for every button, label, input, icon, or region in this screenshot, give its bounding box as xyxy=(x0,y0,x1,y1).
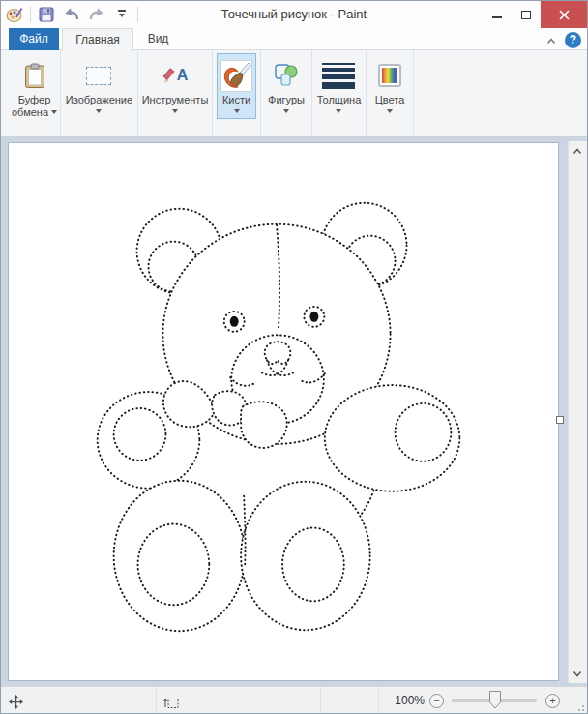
tab-file[interactable]: Файл xyxy=(9,28,59,50)
colors-icon xyxy=(378,57,401,94)
close-button[interactable] xyxy=(541,1,587,28)
tab-home[interactable]: Главная xyxy=(62,28,133,51)
help-button[interactable]: ? xyxy=(565,32,581,48)
image-size-icon xyxy=(163,696,179,713)
vertical-scrollbar[interactable] xyxy=(568,141,588,683)
title-bar: Точечный рисунок - Paint xyxy=(1,1,587,28)
drawing-canvas[interactable] xyxy=(8,142,559,681)
group-label: Кисти xyxy=(222,94,250,106)
chevron-up-icon xyxy=(573,148,582,155)
chevron-down-icon xyxy=(573,670,582,677)
workspace xyxy=(1,137,587,686)
maximize-button[interactable] xyxy=(512,1,541,28)
canvas-resize-handle[interactable] xyxy=(556,416,564,424)
maximize-icon xyxy=(521,11,531,19)
group-label: Буфер xyxy=(18,94,51,106)
window-controls xyxy=(483,1,587,28)
group-label: Фигуры xyxy=(268,94,305,106)
image-selection-icon xyxy=(86,57,111,94)
ribbon-group-tools[interactable]: A Инструменты xyxy=(138,50,213,136)
dropdown-arrow-icon xyxy=(96,109,102,116)
ribbon-tab-row: Файл Главная Вид ? xyxy=(1,28,587,50)
status-bar: 100% − + xyxy=(1,686,587,714)
scroll-down-button[interactable] xyxy=(570,666,584,681)
ribbon-group-clipboard[interactable]: Буфер обмена xyxy=(9,50,61,136)
zoom-level: 100% xyxy=(386,694,425,707)
ribbon-group-thickness[interactable]: Толщина xyxy=(312,50,367,136)
group-label: Изображение xyxy=(66,94,132,106)
minimize-button[interactable] xyxy=(483,1,512,28)
ribbon: Буфер обмена Изображение A Инстр xyxy=(1,50,587,137)
thickness-icon xyxy=(322,57,355,94)
tab-view[interactable]: Вид xyxy=(135,28,181,50)
minimize-icon xyxy=(492,16,502,18)
chevron-up-icon xyxy=(546,38,556,45)
statusbar-separator xyxy=(378,687,379,714)
teddy-bear-drawing xyxy=(9,143,558,680)
dropdown-arrow-icon xyxy=(387,109,393,116)
close-icon xyxy=(559,10,570,20)
brushes-icon xyxy=(220,57,252,94)
ribbon-group-shapes[interactable]: Фигуры xyxy=(261,50,312,136)
zoom-slider-thumb[interactable] xyxy=(489,691,501,713)
ribbon-group-brushes[interactable]: Кисти xyxy=(213,50,261,136)
zoom-out-button[interactable]: − xyxy=(429,694,444,708)
dropdown-arrow-icon xyxy=(172,109,178,116)
group-label: Инструменты xyxy=(142,94,209,106)
scroll-up-button[interactable] xyxy=(570,143,584,159)
group-label: обмена xyxy=(12,106,57,119)
dropdown-arrow-icon xyxy=(336,109,341,116)
group-label: Цвета xyxy=(375,94,405,106)
cursor-position-icon xyxy=(9,695,23,713)
dropdown-arrow-icon xyxy=(283,109,289,116)
clipboard-icon xyxy=(24,57,45,94)
scrollbar-track[interactable] xyxy=(570,141,584,683)
ribbon-group-image[interactable]: Изображение xyxy=(61,50,138,136)
dropdown-arrow-icon xyxy=(234,109,240,116)
group-label: Толщина xyxy=(317,94,362,106)
dropdown-arrow-icon xyxy=(51,110,57,117)
tools-icon: A xyxy=(162,57,189,94)
shapes-icon xyxy=(274,57,299,94)
zoom-in-button[interactable]: + xyxy=(545,694,560,708)
statusbar-separator xyxy=(320,687,321,714)
collapse-ribbon-button[interactable] xyxy=(546,31,556,48)
statusbar-separator xyxy=(156,687,157,714)
ribbon-group-colors[interactable]: Цвета xyxy=(367,50,414,136)
window-resize-grip[interactable] xyxy=(575,702,584,711)
paint-window: Точечный рисунок - Paint Файл Главная Ви… xyxy=(0,0,588,714)
